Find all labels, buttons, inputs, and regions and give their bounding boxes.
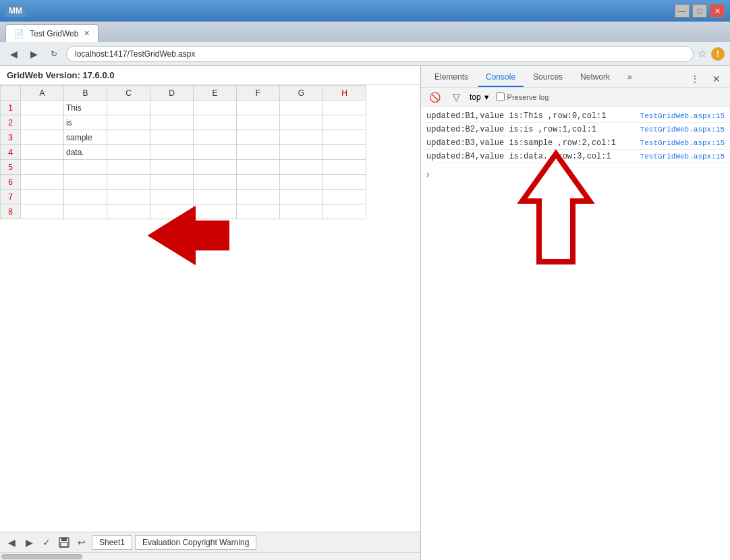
save-button[interactable]	[57, 535, 72, 550]
cell-A[interactable]	[21, 190, 64, 204]
cell-H[interactable]	[323, 190, 366, 204]
scrollbar-thumb[interactable]	[1, 554, 82, 559]
cell-F[interactable]	[237, 160, 280, 175]
console-filter-icon[interactable]: ▽	[448, 89, 464, 105]
minimize-button[interactable]: —	[675, 4, 690, 18]
tab-elements[interactable]: Elements	[426, 68, 476, 87]
undo-button[interactable]: ↩	[74, 535, 89, 550]
cell-D[interactable]	[150, 130, 194, 145]
cell-G[interactable]	[280, 190, 323, 204]
console-line-link[interactable]: TestGridWeb.aspx:15	[640, 139, 725, 147]
cell-C[interactable]	[107, 160, 150, 175]
table-row[interactable]: 4data.	[1, 145, 366, 160]
cell-C[interactable]	[107, 145, 150, 160]
cell-G[interactable]	[280, 145, 323, 160]
cell-F[interactable]	[237, 190, 280, 204]
cell-C[interactable]	[107, 115, 150, 130]
copyright-warning-button[interactable]: Evaluation Copyright Warning	[135, 535, 256, 550]
cell-A[interactable]	[21, 175, 64, 190]
console-line-link[interactable]: TestGridWeb.aspx:15	[640, 112, 725, 120]
cell-B[interactable]	[64, 160, 107, 175]
cell-G[interactable]	[280, 175, 323, 190]
cell-F[interactable]	[237, 101, 280, 115]
cell-G[interactable]	[280, 160, 323, 175]
cell-E[interactable]	[194, 204, 237, 219]
cell-B[interactable]: is	[64, 115, 107, 130]
bookmark-icon[interactable]: ☆	[698, 47, 707, 60]
cell-E[interactable]	[194, 160, 237, 175]
refresh-button[interactable]: ↻	[46, 46, 62, 62]
cell-D[interactable]	[150, 115, 194, 130]
cell-G[interactable]	[280, 101, 323, 115]
cell-B[interactable]: sample	[64, 130, 107, 145]
cell-H[interactable]	[323, 130, 366, 145]
cell-D[interactable]	[150, 204, 194, 219]
console-line-link[interactable]: TestGridWeb.aspx:15	[640, 125, 725, 134]
bottom-scrollbar[interactable]	[0, 552, 420, 560]
sheet1-tab[interactable]: Sheet1	[92, 535, 132, 550]
table-row[interactable]: 6	[1, 175, 366, 190]
cell-A[interactable]	[21, 115, 64, 130]
cell-D[interactable]	[150, 160, 194, 175]
cell-A[interactable]	[21, 130, 64, 145]
cell-H[interactable]	[323, 175, 366, 190]
cell-H[interactable]	[323, 101, 366, 115]
next-button[interactable]: ▶	[22, 535, 36, 550]
console-line-link[interactable]: TestGridWeb.aspx:15	[640, 152, 725, 161]
cell-D[interactable]	[150, 190, 194, 204]
close-button[interactable]: ✕	[710, 4, 725, 18]
back-button[interactable]: ◀	[5, 46, 22, 62]
cell-D[interactable]	[150, 175, 194, 190]
cell-C[interactable]	[107, 175, 150, 190]
cell-E[interactable]	[194, 190, 237, 204]
cell-H[interactable]	[323, 145, 366, 160]
cell-F[interactable]	[237, 130, 280, 145]
table-row[interactable]: 5	[1, 160, 366, 175]
table-row[interactable]: 1This	[1, 101, 366, 115]
cell-F[interactable]	[237, 204, 280, 219]
cell-H[interactable]	[323, 204, 366, 219]
devtools-close-icon[interactable]: ✕	[708, 71, 725, 87]
cell-E[interactable]	[194, 145, 237, 160]
cell-H[interactable]	[323, 160, 366, 175]
table-row[interactable]: 3sample	[1, 130, 366, 145]
tab-more[interactable]: »	[619, 68, 640, 87]
cell-A[interactable]	[21, 160, 64, 175]
prev-button[interactable]: ◀	[4, 535, 19, 550]
cell-G[interactable]	[280, 204, 323, 219]
cell-B[interactable]: This	[64, 101, 107, 115]
cell-D[interactable]	[150, 145, 194, 160]
tab-network[interactable]: Network	[572, 68, 618, 87]
cell-A[interactable]	[21, 101, 64, 115]
cell-B[interactable]	[64, 204, 107, 219]
console-clear-icon[interactable]: 🚫	[426, 89, 443, 105]
table-row[interactable]: 8	[1, 204, 366, 219]
top-dropdown-arrow[interactable]: ▼	[483, 93, 490, 101]
tab-sources[interactable]: Sources	[525, 68, 571, 87]
cell-B[interactable]	[64, 175, 107, 190]
table-row[interactable]: 7	[1, 190, 366, 204]
preserve-log-checkbox[interactable]	[496, 92, 505, 101]
forward-button[interactable]: ▶	[26, 46, 42, 62]
tab-console[interactable]: Console	[478, 68, 524, 87]
cell-E[interactable]	[194, 130, 237, 145]
devtools-settings-icon[interactable]: ⋮	[687, 71, 703, 87]
cell-A[interactable]	[21, 145, 64, 160]
cell-C[interactable]	[107, 190, 150, 204]
maximize-button[interactable]: □	[692, 4, 707, 18]
cell-A[interactable]	[21, 204, 64, 219]
cell-B[interactable]: data.	[64, 145, 107, 160]
cell-B[interactable]	[64, 190, 107, 204]
console-prompt[interactable]: ›	[421, 166, 730, 182]
cell-D[interactable]	[150, 101, 194, 115]
cell-E[interactable]	[194, 175, 237, 190]
cell-F[interactable]	[237, 175, 280, 190]
check-button[interactable]: ✓	[39, 535, 54, 550]
cell-F[interactable]	[237, 115, 280, 130]
cell-E[interactable]	[194, 101, 237, 115]
table-row[interactable]: 2is	[1, 115, 366, 130]
cell-F[interactable]	[237, 145, 280, 160]
tab-close-button[interactable]: ✕	[84, 29, 90, 38]
cell-C[interactable]	[107, 204, 150, 219]
cell-H[interactable]	[323, 115, 366, 130]
